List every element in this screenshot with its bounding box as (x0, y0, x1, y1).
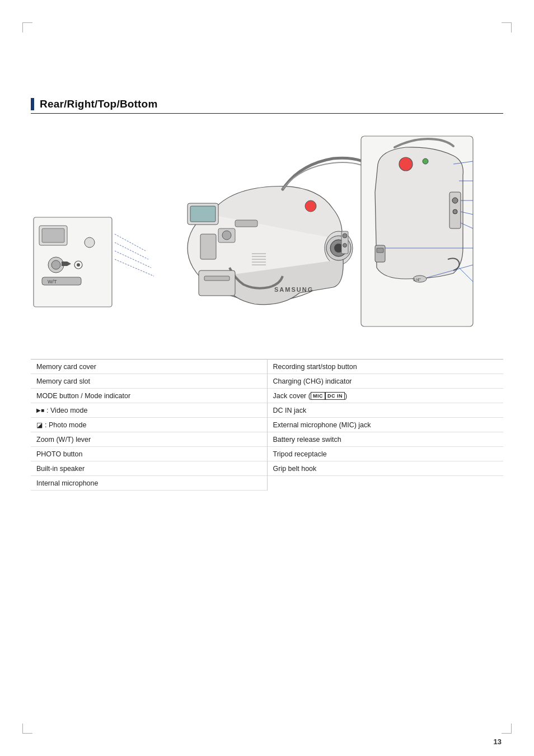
label-row: Memory card cover (31, 360, 267, 374)
svg-rect-19 (200, 234, 216, 259)
label-row: MODE button / Mode indicator (31, 389, 267, 403)
svg-point-41 (423, 158, 428, 164)
section-accent-bar (31, 98, 34, 110)
svg-point-40 (399, 157, 413, 171)
camcorder-diagram: SAMSUNG (31, 125, 501, 343)
svg-point-44 (453, 209, 457, 214)
mic-label: MIC (311, 392, 325, 400)
svg-point-34 (85, 237, 95, 248)
label-row: ▶■: Video mode (31, 403, 267, 418)
diagram-area: SAMSUNG (31, 125, 503, 343)
svg-text:W/T: W/T (48, 279, 57, 284)
svg-rect-46 (377, 248, 383, 253)
label-row: Zoom (W/T) lever (31, 432, 267, 447)
label-row: External microphone (MIC) jack (268, 418, 504, 432)
labels-left-col: Memory card coverMemory card slotMODE bu… (31, 359, 267, 491)
svg-point-27 (51, 260, 60, 269)
svg-rect-17 (204, 276, 229, 281)
svg-rect-25 (42, 228, 64, 242)
svg-point-8 (222, 231, 231, 240)
svg-rect-28 (62, 262, 67, 266)
label-row: Battery release switch (268, 432, 504, 447)
svg-point-10 (305, 200, 316, 212)
label-row: Jack cover (MIC DC IN) (268, 389, 504, 403)
svg-rect-16 (199, 270, 235, 296)
section-header: Rear/Right/Top/Bottom (31, 98, 503, 114)
svg-point-43 (452, 198, 458, 203)
label-row: Tripod receptacle (268, 447, 504, 461)
svg-line-38 (115, 259, 154, 276)
labels-section: Memory card coverMemory card slotMODE bu… (31, 359, 503, 491)
svg-point-31 (77, 263, 80, 267)
page-number: 13 (494, 738, 502, 746)
dc-in-label: DC IN (325, 392, 345, 400)
svg-text:1/4": 1/4" (413, 277, 421, 282)
svg-line-37 (115, 251, 151, 268)
section-title: Rear/Right/Top/Bottom (40, 98, 158, 110)
label-row: Charging (CHG) indicator (268, 374, 504, 389)
label-row: Internal microphone (31, 476, 267, 491)
label-row: DC IN jack (268, 403, 504, 418)
label-row: Grip belt hook (268, 461, 504, 476)
label-row: Memory card slot (31, 374, 267, 389)
photo-icon: ◪ (36, 421, 43, 429)
svg-rect-9 (235, 220, 257, 227)
label-row: ◪: Photo mode (31, 418, 267, 432)
labels-right-col: Recording start/stop buttonCharging (CHG… (268, 359, 504, 491)
svg-line-35 (115, 234, 146, 251)
svg-rect-45 (375, 245, 385, 262)
label-row: Built-in speaker (31, 461, 267, 476)
svg-point-21 (343, 234, 347, 238)
svg-rect-6 (190, 206, 216, 222)
svg-line-36 (115, 242, 148, 259)
video-icon: ▶■ (36, 407, 44, 413)
label-row: Recording start/stop button (268, 360, 504, 374)
svg-point-22 (343, 244, 347, 248)
label-row: PHOTO button (31, 447, 267, 461)
svg-text:SAMSUNG: SAMSUNG (274, 286, 313, 293)
